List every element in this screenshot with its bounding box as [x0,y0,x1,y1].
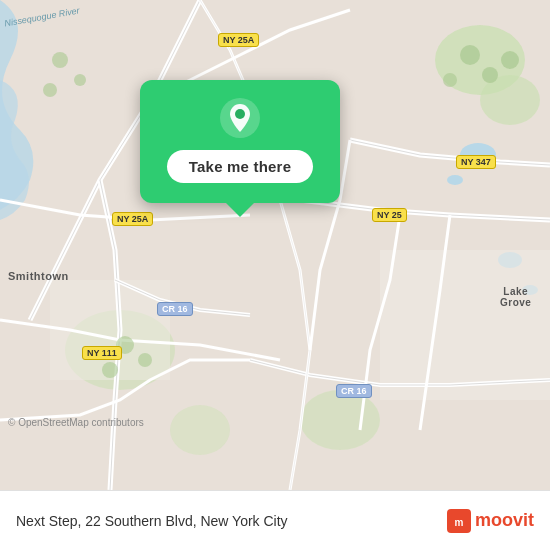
moovit-logo: m moovit [447,509,534,533]
svg-point-9 [170,405,230,455]
svg-point-17 [501,51,519,69]
svg-point-18 [443,73,457,87]
svg-rect-10 [380,250,550,400]
svg-point-13 [74,74,86,86]
svg-point-21 [102,362,118,378]
svg-point-2 [447,175,463,185]
bottom-bar: Next Step, 22 Southern Blvd, New York Ci… [0,490,550,550]
svg-point-23 [235,109,245,119]
road-label-ny25a-left: NY 25A [112,212,153,226]
svg-point-16 [482,67,498,83]
road-label-ny111: NY 111 [82,346,122,360]
svg-text:m: m [455,517,464,528]
svg-point-8 [300,390,380,450]
svg-point-14 [43,83,57,97]
road-label-cr16-left: CR 16 [157,302,193,316]
road-label-ny25-right: NY 25 [372,208,407,222]
area-label-lake-grove: LakeGrove [500,286,531,308]
svg-point-15 [460,45,480,65]
moovit-logo-icon: m [447,509,471,533]
area-label-smithtown: Smithtown [8,270,69,282]
copyright-text: © OpenStreetMap contributors [8,417,144,428]
destination-text: Next Step, 22 Southern Blvd, New York Ci… [16,513,288,529]
map-container: NY 25A NY 25A NY 25 NY 347 NY 111 CR 16 … [0,0,550,490]
svg-point-20 [138,353,152,367]
road-label-ny25a-top: NY 25A [218,33,259,47]
popup-card: Take me there [140,80,340,203]
svg-point-12 [52,52,68,68]
road-label-ny347: NY 347 [456,155,496,169]
road-label-cr16-right: CR 16 [336,384,372,398]
moovit-logo-text: moovit [475,510,534,531]
location-pin-icon [218,96,262,140]
take-me-there-button[interactable]: Take me there [167,150,313,183]
